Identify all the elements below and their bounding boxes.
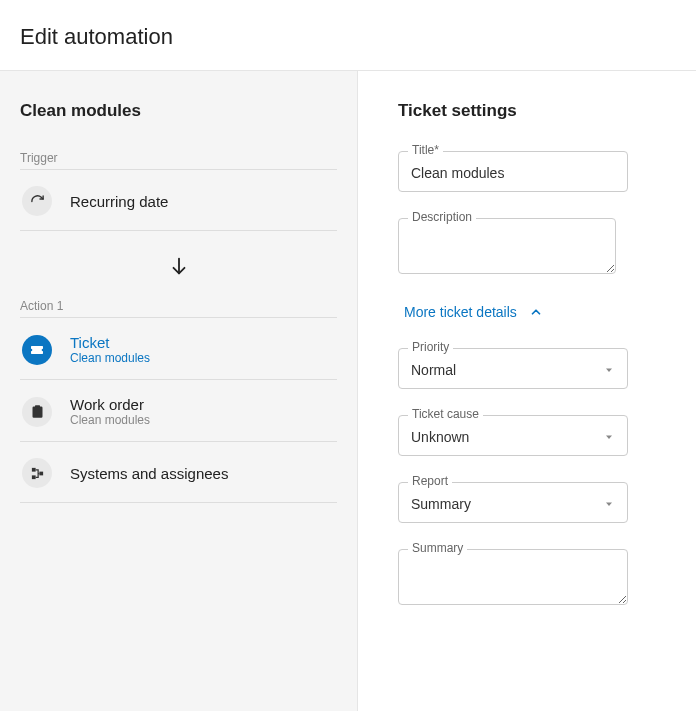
svg-marker-4 [606, 369, 612, 373]
svg-rect-1 [31, 467, 35, 471]
svg-rect-3 [31, 475, 35, 479]
report-field-group: Report Summary [398, 482, 666, 523]
description-field-group: Description [398, 218, 666, 278]
title-field-group: Title* [398, 151, 666, 192]
divider [20, 169, 337, 170]
priority-field-group: Priority Normal [398, 348, 666, 389]
action-item-ticket[interactable]: Ticket Clean modules [20, 324, 337, 375]
summary-label: Summary [408, 541, 467, 555]
chevron-down-icon [603, 364, 615, 376]
clipboard-icon [22, 397, 52, 427]
description-label: Description [408, 210, 476, 224]
title-input[interactable] [398, 151, 628, 192]
action-section-label: Action 1 [20, 299, 337, 313]
automation-name: Clean modules [20, 101, 337, 121]
divider [20, 230, 337, 231]
report-value: Summary [411, 496, 471, 512]
priority-label: Priority [408, 340, 453, 354]
trigger-section-label: Trigger [20, 151, 337, 165]
cause-label: Ticket cause [408, 407, 483, 421]
priority-value: Normal [411, 362, 456, 378]
svg-rect-2 [39, 471, 43, 475]
action-subtitle: Clean modules [70, 413, 150, 427]
arrow-down-icon [20, 237, 337, 299]
summary-input[interactable] [398, 549, 628, 605]
action-title: Work order [70, 396, 150, 413]
chevron-down-icon [603, 431, 615, 443]
action-item-work-order[interactable]: Work order Clean modules [20, 386, 337, 437]
trigger-item-recurring-date[interactable]: Recurring date [20, 176, 337, 226]
divider [20, 441, 337, 442]
report-label: Report [408, 474, 452, 488]
chevron-up-icon [529, 305, 543, 319]
svg-marker-6 [606, 503, 612, 507]
trigger-title: Recurring date [70, 193, 168, 210]
chevron-down-icon [603, 498, 615, 510]
divider [20, 379, 337, 380]
page-header: Edit automation [0, 0, 696, 71]
priority-select[interactable]: Normal [398, 348, 628, 389]
action-subtitle: Clean modules [70, 351, 150, 365]
title-label: Title* [408, 143, 443, 157]
main-layout: Clean modules Trigger Recurring date Act… [0, 71, 696, 711]
summary-field-group: Summary [398, 549, 666, 609]
cause-select[interactable]: Unknown [398, 415, 628, 456]
description-input[interactable] [398, 218, 616, 274]
right-panel: Ticket settings Title* Description More … [358, 71, 696, 711]
hierarchy-icon [22, 458, 52, 488]
report-select[interactable]: Summary [398, 482, 628, 523]
refresh-icon [22, 186, 52, 216]
svg-marker-5 [606, 436, 612, 440]
cause-value: Unknown [411, 429, 469, 445]
divider [20, 317, 337, 318]
ticket-icon [22, 335, 52, 365]
settings-heading: Ticket settings [398, 101, 666, 121]
more-details-toggle[interactable]: More ticket details [404, 304, 666, 320]
cause-field-group: Ticket cause Unknown [398, 415, 666, 456]
divider [20, 502, 337, 503]
page-title: Edit automation [20, 24, 676, 50]
action-title: Systems and assignees [70, 465, 228, 482]
action-item-systems-assignees[interactable]: Systems and assignees [20, 448, 337, 498]
left-panel: Clean modules Trigger Recurring date Act… [0, 71, 358, 711]
action-title: Ticket [70, 334, 150, 351]
more-details-label: More ticket details [404, 304, 517, 320]
